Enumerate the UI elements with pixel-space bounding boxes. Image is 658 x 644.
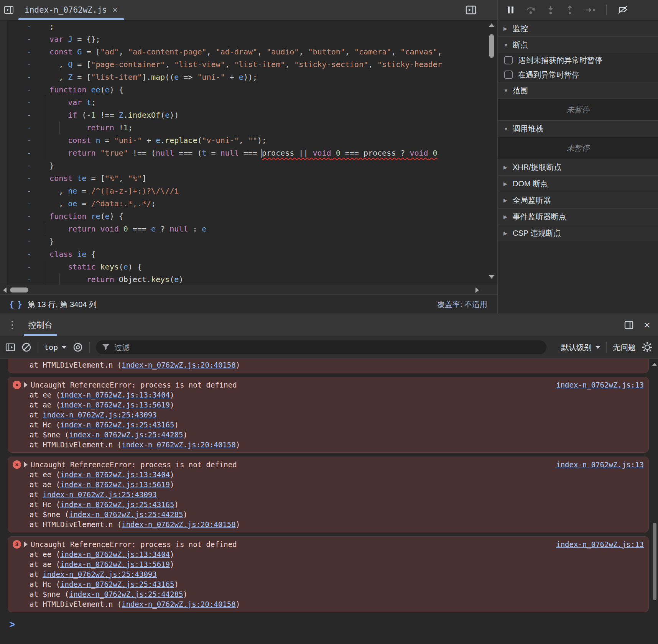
source-location-link[interactable]: index-n_0762wZ.js:25:43093	[43, 570, 156, 578]
source-location-link[interactable]: index-n_0762wZ.js:20:40158	[122, 600, 235, 608]
gutter-marker[interactable]: -	[7, 33, 31, 46]
gutter-marker[interactable]: -	[7, 159, 31, 172]
file-tab[interactable]: index-n_0762wZ.js ×	[18, 0, 125, 20]
expand-triangle-icon[interactable]	[24, 462, 28, 467]
gutter-marker[interactable]: -	[7, 185, 31, 197]
breakpoint-option-row[interactable]: 遇到未捕获的异常时暂停	[498, 53, 658, 67]
step-out-icon[interactable]	[566, 5, 574, 15]
gutter-marker[interactable]: -	[7, 147, 31, 159]
vertical-scroll-thumb[interactable]	[489, 34, 494, 58]
expand-triangle-icon[interactable]	[24, 542, 28, 547]
step-into-icon[interactable]	[546, 5, 555, 15]
show-navigator-icon[interactable]	[0, 0, 18, 20]
pause-icon[interactable]	[507, 5, 515, 15]
close-icon[interactable]: ×	[643, 319, 650, 331]
source-location-link[interactable]: index-n_0762wZ.js:25:43165	[60, 421, 174, 429]
gutter-marker[interactable]: -	[7, 122, 31, 134]
tab-close-icon[interactable]: ×	[112, 5, 118, 15]
console-error-row-partial[interactable]: at HTMLDivElement.n (index-n_0762wZ.js:2…	[8, 359, 649, 373]
source-location-link[interactable]: index-n_0762wZ.js:25:43093	[43, 490, 156, 499]
source-location-link[interactable]: index-n_0762wZ.js:13:3404	[60, 550, 170, 559]
gutter-marker[interactable]: -	[7, 46, 31, 58]
source-location-link[interactable]: index-n_0762wZ.js:25:44285	[69, 590, 183, 598]
kebab-menu-icon[interactable]	[8, 321, 16, 329]
gutter-marker[interactable]: -	[7, 96, 31, 109]
deactivate-breakpoints-icon[interactable]	[617, 5, 628, 15]
console-error-row[interactable]: 3Uncaught ReferenceError: process is not…	[8, 536, 649, 612]
source-location-link[interactable]: index-n_0762wZ.js:25:44285	[69, 430, 183, 439]
section-header-dom-breakpoints[interactable]: ▶DOM 断点	[498, 175, 658, 192]
error-source-link[interactable]: index-n_0762wZ.js:13	[556, 380, 644, 390]
section-header-event-listener-breakpoints[interactable]: ▶事件监听器断点	[498, 208, 658, 225]
scroll-left-arrow-icon[interactable]	[3, 288, 7, 293]
gutter-marker[interactable]: -	[7, 109, 31, 122]
error-source-link[interactable]: index-n_0762wZ.js:13	[556, 460, 644, 470]
scroll-right-arrow-icon[interactable]	[475, 288, 479, 293]
code-editor[interactable]: - ;- var J = {};- const G = ["ad", "ad-c…	[0, 20, 497, 285]
source-location-link[interactable]: index-n_0762wZ.js:25:43165	[60, 500, 174, 509]
editor-horizontal-scrollbar[interactable]	[0, 285, 497, 295]
eye-icon[interactable]	[72, 342, 83, 352]
source-location-link[interactable]: index-n_0762wZ.js:20:40158	[122, 440, 235, 449]
source-location-link[interactable]: index-n_0762wZ.js:25:43165	[60, 580, 174, 588]
issues-status[interactable]: 无问题	[613, 342, 636, 353]
section-header-csp-violation-breakpoints[interactable]: ▶CSP 违规断点	[498, 225, 658, 241]
gutter-marker[interactable]: -	[7, 235, 31, 248]
console-sidebar-icon[interactable]	[5, 343, 15, 352]
source-location-link[interactable]: index-n_0762wZ.js:13:3404	[60, 391, 170, 399]
log-level-selector[interactable]: 默认级别	[561, 342, 600, 353]
section-header-global-listeners[interactable]: ▶全局监听器	[498, 192, 658, 208]
gutter-marker[interactable]: -	[7, 20, 31, 33]
source-location-link[interactable]: index-n_0762wZ.js:13:5619	[60, 401, 170, 409]
gutter-marker[interactable]: -	[7, 58, 31, 71]
source-location-link[interactable]: index-n_0762wZ.js:25:44285	[69, 510, 183, 519]
breakpoint-option-row[interactable]: 在遇到异常时暂停	[498, 67, 658, 82]
dock-side-icon[interactable]	[624, 321, 633, 329]
console-prompt[interactable]: >	[9, 618, 658, 630]
source-location-link[interactable]: index-n_0762wZ.js:13:5619	[60, 560, 170, 568]
gutter-marker[interactable]: -	[7, 223, 31, 235]
section-header-call-stack[interactable]: ▼调用堆栈	[498, 120, 658, 137]
clear-console-icon[interactable]	[21, 342, 31, 352]
tab-console[interactable]: 控制台	[23, 314, 58, 336]
horizontal-scroll-thumb[interactable]	[10, 288, 28, 292]
console-error-row[interactable]: ×Uncaught ReferenceError: process is not…	[8, 457, 649, 532]
console-scroll-thumb[interactable]	[653, 523, 656, 600]
gutter-marker[interactable]: -	[7, 197, 31, 210]
filter-input[interactable]: 过滤	[96, 340, 546, 354]
source-location-link[interactable]: index-n_0762wZ.js:25:43093	[43, 411, 156, 419]
gear-icon[interactable]	[642, 342, 653, 353]
expand-triangle-icon[interactable]	[24, 382, 28, 388]
scroll-up-arrow-icon[interactable]	[652, 363, 657, 366]
gutter-marker[interactable]: -	[7, 210, 31, 223]
source-location-link[interactable]: index-n_0762wZ.js:13:3404	[60, 470, 170, 479]
pretty-print-icon[interactable]: { }	[9, 300, 21, 309]
step-over-icon[interactable]	[526, 5, 536, 15]
source-location-link[interactable]: index-n_0762wZ.js:13:5619	[60, 480, 170, 489]
console-error-row[interactable]: ×Uncaught ReferenceError: process is not…	[8, 377, 649, 453]
gutter-marker[interactable]: -	[7, 273, 31, 285]
gutter-marker[interactable]: -	[7, 248, 31, 261]
checkbox-unchecked-icon[interactable]	[504, 56, 513, 64]
gutter-marker[interactable]: -	[7, 71, 31, 84]
step-icon[interactable]	[585, 6, 595, 14]
gutter-marker[interactable]: -	[7, 134, 31, 147]
section-header-watch[interactable]: ▶监控	[498, 20, 658, 36]
coverage-label[interactable]: 覆盖率: 不适用	[437, 299, 487, 310]
gutter-marker[interactable]: -	[7, 172, 31, 185]
error-source-link[interactable]: index-n_0762wZ.js:13	[556, 539, 644, 549]
toggle-debugger-sidebar-icon[interactable]	[464, 4, 477, 16]
section-header-scope[interactable]: ▼范围	[498, 82, 658, 99]
scroll-down-arrow-icon[interactable]	[489, 275, 494, 279]
source-location-link[interactable]: index-n_0762wZ.js:20:40158	[122, 520, 235, 529]
checkbox-unchecked-icon[interactable]	[504, 71, 513, 79]
editor-vertical-scrollbar[interactable]	[487, 20, 496, 285]
section-header-xhr-breakpoints[interactable]: ▶XHR/提取断点	[498, 159, 658, 175]
source-location-link[interactable]: index-n_0762wZ.js:20:40158	[122, 361, 235, 369]
context-selector[interactable]: top	[44, 343, 66, 352]
gutter-marker[interactable]: -	[7, 84, 31, 96]
scroll-up-arrow-icon[interactable]	[489, 23, 494, 27]
gutter-marker[interactable]: -	[7, 261, 31, 273]
section-header-breakpoints[interactable]: ▼断点	[498, 36, 658, 53]
console-scrollbar[interactable]	[651, 359, 658, 644]
